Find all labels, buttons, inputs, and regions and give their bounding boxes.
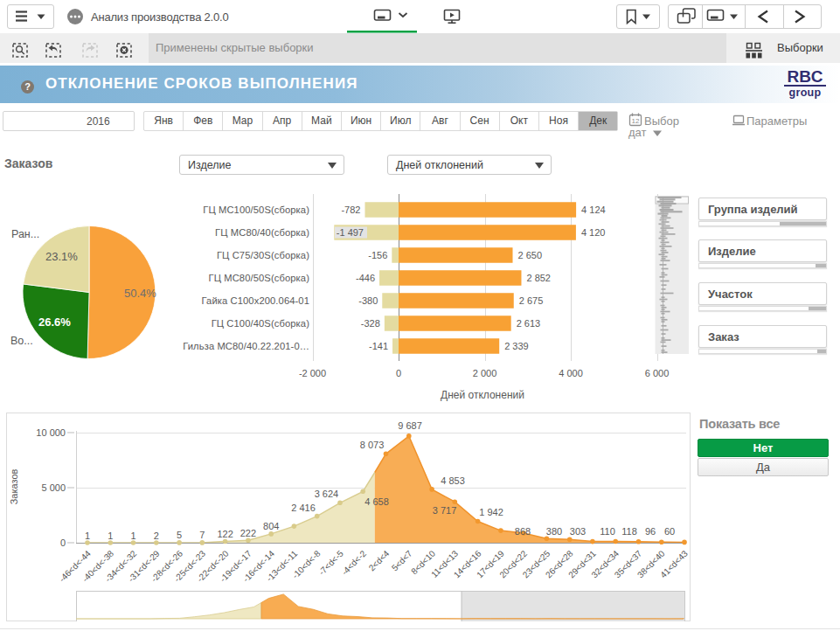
svg-text:Дней отклонений: Дней отклонений [441, 389, 524, 401]
svg-text:-328: -328 [361, 318, 380, 329]
svg-text:Гильза МС80/40.22.201-0…: Гильза МС80/40.22.201-0… [183, 341, 309, 351]
svg-text:303: 303 [570, 526, 586, 537]
svg-text:ГЦ МС80/40(сборка): ГЦ МС80/40(сборка) [215, 227, 309, 238]
svg-text:-156: -156 [368, 250, 387, 260]
svg-text:7: 7 [199, 530, 205, 540]
svg-text:4 658: 4 658 [364, 496, 389, 507]
svg-text:-2 000: -2 000 [299, 368, 326, 378]
svg-text:2: 2 [154, 530, 159, 541]
svg-text:10 000: 10 000 [36, 427, 66, 438]
svg-text:4 124: 4 124 [581, 205, 606, 215]
svg-text:Заказов: Заказов [9, 469, 19, 505]
svg-text:2<d<4: 2<d<4 [367, 548, 392, 572]
svg-text:-141: -141 [369, 341, 388, 351]
svg-text:1 942: 1 942 [479, 507, 503, 517]
svg-text:1: 1 [108, 530, 113, 541]
svg-text:ГЦ С100/40S(сборка): ГЦ С100/40S(сборка) [212, 318, 310, 329]
svg-text:2 650: 2 650 [518, 250, 543, 260]
svg-text:1: 1 [85, 530, 90, 541]
svg-text:5: 5 [177, 530, 182, 540]
svg-text:2 613: 2 613 [517, 318, 541, 329]
svg-text:2 675: 2 675 [519, 295, 544, 306]
svg-text:-782: -782 [341, 205, 360, 215]
svg-text:-1 497: -1 497 [337, 227, 364, 238]
svg-text:96: 96 [645, 526, 656, 537]
svg-text:222: 222 [240, 528, 256, 538]
svg-text:ГЦ МС100/50S(сборка): ГЦ МС100/50S(сборка) [203, 205, 309, 215]
svg-text:4 853: 4 853 [441, 475, 465, 486]
svg-text:ГЦ МС80/50S(сборка): ГЦ МС80/50S(сборка) [209, 273, 310, 283]
svg-text:Гайка С100х200.064-01: Гайка С100х200.064-01 [202, 295, 309, 306]
svg-text:2 000: 2 000 [473, 368, 497, 378]
svg-text:-446: -446 [356, 273, 375, 283]
svg-text:804: 804 [263, 521, 279, 531]
svg-text:-4<d<-2: -4<d<-2 [340, 548, 369, 577]
svg-text:868: 868 [515, 526, 531, 537]
svg-text:2 852: 2 852 [526, 273, 551, 283]
svg-text:4 000: 4 000 [559, 368, 583, 378]
svg-text:118: 118 [621, 526, 637, 537]
svg-text:1: 1 [130, 530, 135, 541]
svg-text:8 073: 8 073 [360, 440, 385, 450]
svg-text:122: 122 [217, 529, 233, 539]
svg-text:0: 0 [396, 368, 401, 378]
svg-text:5 000: 5 000 [41, 482, 66, 493]
svg-text:3 717: 3 717 [433, 505, 457, 516]
svg-text:4 120: 4 120 [581, 227, 606, 238]
svg-text:60: 60 [664, 526, 675, 537]
svg-text:380: 380 [546, 526, 562, 537]
svg-text:3 624: 3 624 [315, 489, 339, 499]
svg-text:110: 110 [600, 526, 615, 537]
svg-text:ГЦ С75/30S(сборка): ГЦ С75/30S(сборка) [217, 250, 309, 260]
svg-text:0: 0 [60, 537, 66, 548]
svg-text:-380: -380 [358, 295, 378, 306]
svg-text:2 339: 2 339 [504, 341, 529, 351]
svg-text:9 687: 9 687 [398, 420, 422, 431]
svg-text:6 000: 6 000 [645, 368, 670, 378]
svg-text:2 416: 2 416 [291, 503, 316, 513]
svg-text:12: 12 [632, 117, 640, 125]
